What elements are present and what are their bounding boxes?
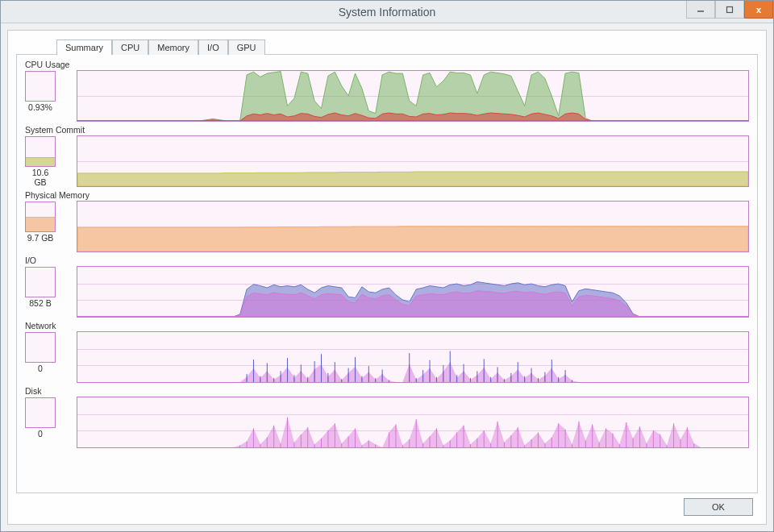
network-label: Network [25,321,69,330]
commit-mini-fill [26,157,55,166]
disk-chart [77,397,749,448]
io-chart [77,266,749,318]
tab-cpu[interactable]: CPU [112,39,148,55]
window-controls: x [686,1,773,19]
physmem-mini-chart [25,202,56,232]
tab-i-o[interactable]: I/O [198,39,228,55]
window: System Information x SummaryCPUMemoryI/O… [0,0,774,532]
footer: OK [16,493,758,516]
metric-row-physmem: Physical Memory 9.7 GB [25,190,749,252]
tab-gpu[interactable]: GPU [228,39,265,55]
commit-mini-chart [25,136,56,167]
io-value: 852 B [25,298,56,308]
metric-row-io: I/O 852 B [25,256,749,318]
cpu-value: 0.93% [25,102,56,112]
physmem-mini-fill [26,217,55,231]
close-icon: x [756,5,761,15]
metric-row-cpu: CPU Usage 0.93% [25,60,749,122]
svg-rect-1 [727,6,733,12]
physmem-label: Physical Memory [25,190,69,200]
io-mini-chart [25,267,56,297]
disk-value: 0 [25,429,56,438]
tab-memory[interactable]: Memory [148,39,198,55]
maximize-button[interactable] [715,1,744,19]
metric-row-commit: System Commit 10.6 GB [25,125,749,187]
disk-label: Disk [25,386,69,396]
maximize-icon [726,6,734,14]
ok-button[interactable]: OK [684,498,753,516]
tab-summary[interactable]: Summary [56,39,112,55]
commit-value: 10.6 GB [25,168,56,187]
disk-mini-chart [25,397,56,428]
minimize-icon [697,6,705,14]
network-value: 0 [25,364,56,373]
physmem-value: 9.7 GB [25,233,56,243]
io-label: I/O [25,256,69,265]
metric-row-disk: Disk 0 [25,386,749,448]
ok-button-label: OK [712,502,725,512]
metric-row-network: Network 0 [25,321,749,383]
network-mini-chart [25,332,56,363]
network-chart [77,331,749,383]
cpu-label: CPU Usage [25,60,69,69]
commit-label: System Commit [25,125,69,135]
content-frame: SummaryCPUMemoryI/OGPU CPU Usage 0.93% S… [7,30,767,525]
commit-chart [77,135,749,187]
titlebar: System Information x [1,1,773,23]
cpu-mini-chart [25,71,56,102]
minimize-button[interactable] [686,1,715,19]
tab-panel-summary: CPU Usage 0.93% System Commit 10.6 GB [16,54,758,493]
close-button[interactable]: x [744,1,773,19]
physmem-chart [77,201,749,252]
window-title: System Information [339,6,436,19]
cpu-chart [77,70,749,122]
tab-bar: SummaryCPUMemoryI/OGPU [56,39,758,54]
